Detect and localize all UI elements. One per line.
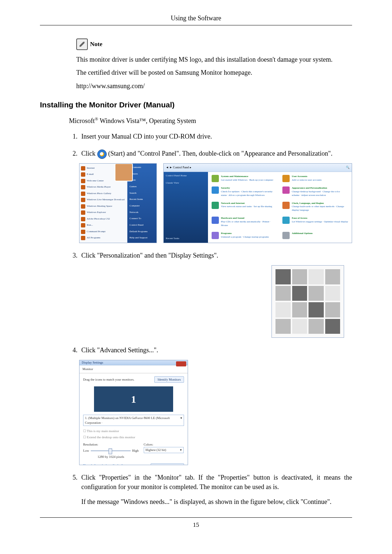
- ds-colors-value: Highest (32 bit): [146, 448, 166, 452]
- cp-category[interactable]: Appearance and PersonalizationChange des…: [282, 186, 348, 198]
- ds-resolution-value: 1280 by 1024 pixels: [83, 455, 139, 459]
- start-menu-right-item[interactable]: Search: [130, 192, 154, 196]
- bottom-rule: [40, 517, 352, 518]
- start-menu-right-item[interactable]: Network: [130, 211, 154, 215]
- screenshot-personalization: [271, 265, 344, 338]
- ds-resolution-slider[interactable]: Low High: [83, 448, 139, 453]
- category-icon: [212, 232, 219, 239]
- app-icon: [81, 223, 85, 227]
- step-2-screenshots: InternetE-mailWelcome CenterWindows Medi…: [79, 163, 352, 243]
- app-icon: [81, 198, 85, 202]
- steps-list: Insert your Manual CD into your CD-ROM d…: [69, 132, 352, 506]
- document-page: Using the Software Note This monitor dri…: [0, 0, 392, 539]
- cp-category[interactable]: Clock, Language, and RegionChange keyboa…: [282, 202, 348, 213]
- start-menu-item[interactable]: Windows Meeting Space: [81, 204, 126, 209]
- app-icon: [81, 236, 85, 240]
- cp-breadcrumb: Control Panel: [173, 166, 189, 169]
- app-icon: [81, 217, 85, 221]
- step-2-text-a: Click: [81, 150, 97, 157]
- start-menu-item[interactable]: Adobe Photoshop CS2: [81, 217, 126, 222]
- app-icon: [81, 166, 85, 171]
- screenshot-display-settings: Display Settings Monitor Drag the icons …: [79, 360, 188, 465]
- note-icon: [76, 38, 88, 50]
- ds-instruction: Drag the icons to match your monitors.: [83, 377, 134, 382]
- start-menu-item[interactable]: Windows Explorer: [81, 210, 126, 215]
- page-number: 15: [40, 521, 352, 529]
- cp-side-classic: Classic View: [166, 181, 206, 185]
- ds-slider-high: High: [132, 448, 139, 453]
- slider-thumb-icon[interactable]: [109, 448, 112, 454]
- step-3-text: Click "Personalization" and then "Displa…: [79, 252, 218, 259]
- chevron-down-icon: ▾: [180, 416, 182, 425]
- app-icon: [81, 230, 85, 234]
- cp-category[interactable]: Network and InternetView network status …: [212, 202, 277, 213]
- step-4: Click "Advanced Settings...". Display Se…: [79, 346, 352, 465]
- start-menu-right-item[interactable]: Music: [130, 178, 154, 183]
- chevron-down-icon: ▾: [180, 448, 182, 452]
- start-menu-right-item[interactable]: Recent Items: [130, 198, 154, 202]
- note-url[interactable]: http://www.samsung.com/: [76, 82, 145, 90]
- cp-category[interactable]: System and MaintenanceGet started with W…: [212, 175, 277, 183]
- cp-sidebar: Control Panel Home Classic View Recent T…: [164, 172, 208, 243]
- cp-category[interactable]: ProgramsUninstall a program · Change sta…: [212, 232, 277, 240]
- cp-categories: System and MaintenanceGet started with W…: [208, 172, 352, 243]
- os-line: Microsoft® Windows Vista™, Operating Sys…: [69, 116, 352, 125]
- start-menu-item[interactable]: Command Prompt: [81, 229, 126, 234]
- cp-category[interactable]: Ease of AccessLet Windows suggest settin…: [282, 217, 348, 228]
- ds-check-extend[interactable]: ☐ Extend the desktop onto this monitor: [83, 435, 184, 440]
- category-icon: [282, 186, 290, 194]
- ds-resolution-label: Resolution:: [83, 442, 139, 447]
- ds-help-link[interactable]: How do I get the best display?: [83, 463, 123, 465]
- category-icon: [212, 175, 219, 182]
- start-menu-item[interactable]: All Programs: [81, 235, 126, 241]
- app-icon: [81, 210, 85, 215]
- note-label: Note: [90, 41, 102, 48]
- category-icon: [282, 217, 290, 224]
- category-icon: [212, 202, 219, 209]
- ds-check-main[interactable]: ☐ This is my main monitor: [83, 429, 184, 434]
- category-icon: [212, 186, 219, 194]
- start-menu-item[interactable]: Windows Photo Gallery: [81, 191, 126, 196]
- start-orb-icon: [97, 149, 107, 159]
- app-icon: [81, 204, 85, 209]
- close-icon[interactable]: [176, 361, 186, 366]
- start-menu-right-item[interactable]: Help and Support: [130, 236, 154, 241]
- cp-side-home: Control Panel Home: [166, 174, 206, 178]
- app-icon: [81, 185, 85, 189]
- step-2: Click (Start) and "Control Panel". Then,…: [79, 149, 352, 243]
- os-prefix: Microsoft: [69, 117, 95, 124]
- ds-monitor-select[interactable]: 1. (Multiple Monitors) on NVIDIA GeForce…: [83, 415, 184, 426]
- step-5: Click "Properties" in the "Monitor" tab.…: [79, 473, 352, 506]
- category-icon: [212, 217, 219, 224]
- user-avatar-icon: [115, 163, 133, 181]
- cp-category[interactable]: SecurityCheck for updates · Check this c…: [212, 186, 277, 198]
- start-menu-right-item[interactable]: Documents: [130, 166, 154, 170]
- start-menu-right-item[interactable]: Computer: [130, 204, 154, 209]
- os-suffix: , Operating System: [146, 117, 196, 124]
- start-menu-right-item[interactable]: Default Programs: [130, 230, 154, 234]
- ds-tab-monitor[interactable]: Monitor: [79, 365, 188, 373]
- cp-category[interactable]: User AccountsAdd or remove user accounts: [282, 175, 348, 183]
- note-text-2: The certified driver will be posted on S…: [76, 68, 352, 77]
- start-menu-right-item[interactable]: Control Panel: [130, 223, 154, 228]
- identify-monitors-button[interactable]: Identify Monitors: [154, 376, 184, 383]
- note-text-1: This monitor driver is under certifying …: [76, 55, 352, 64]
- start-menu-right-item[interactable]: Pictures: [130, 172, 154, 177]
- ds-colors-select[interactable]: Highest (32 bit)▾: [144, 447, 184, 453]
- category-icon: [282, 232, 290, 239]
- os-reg: ®: [95, 116, 98, 122]
- start-menu-item[interactable]: Windows Media Player: [81, 185, 126, 190]
- note-block: Note This monitor driver is under certif…: [76, 38, 352, 90]
- step-3: Click "Personalization" and then "Displa…: [79, 251, 352, 338]
- start-menu-item[interactable]: Run...: [81, 223, 126, 228]
- start-menu-item[interactable]: Windows Live Messenger Download: [81, 197, 126, 202]
- advanced-settings-button[interactable]: Advanced Settings...: [151, 463, 184, 465]
- step-1: Insert your Manual CD into your CD-ROM d…: [79, 132, 352, 141]
- os-mid: Windows Vista™: [98, 117, 146, 124]
- cp-category[interactable]: Hardware and SoundPlay CDs or other medi…: [212, 217, 277, 228]
- start-menu-right-item[interactable]: Connect To: [130, 217, 154, 221]
- cp-category[interactable]: Additional Options: [282, 232, 348, 240]
- category-icon: [282, 175, 290, 182]
- start-menu-right-item[interactable]: Games: [130, 185, 154, 189]
- ds-title-text: Display Settings: [82, 360, 103, 365]
